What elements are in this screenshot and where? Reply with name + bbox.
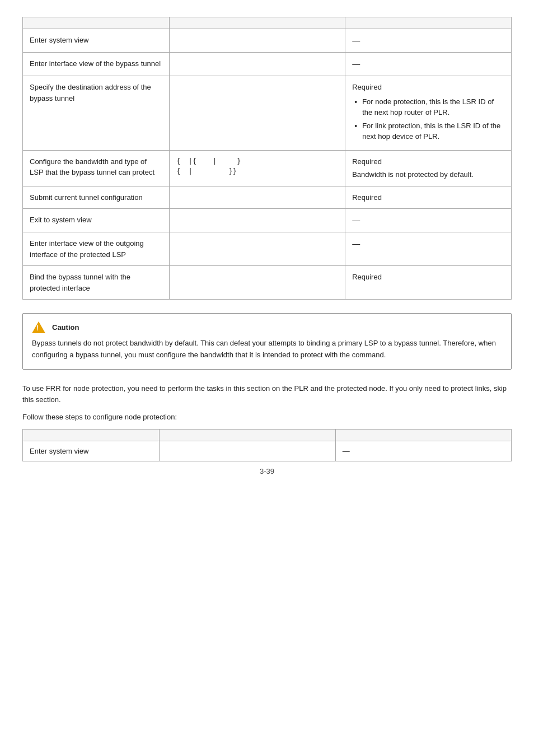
row8-remarks: Required <box>345 266 512 300</box>
bottom-row1-remarks: — <box>335 441 511 461</box>
bottom-table: Enter system view — <box>22 429 512 461</box>
table-row: Enter system view — <box>23 441 512 461</box>
bottom-row1-command <box>160 441 335 461</box>
caution-title: Caution <box>52 323 79 332</box>
row4-note: Bandwidth is not protected by default. <box>352 169 504 180</box>
caution-text: Bypass tunnels do not protect bandwidth … <box>32 338 502 361</box>
node-protection-para1: To use FRR for node protection, you need… <box>22 383 512 407</box>
caution-header: ! Caution <box>32 321 502 333</box>
table-row: Enter interface view of the outgoing int… <box>23 232 512 266</box>
row1-remarks: — <box>345 29 512 53</box>
table-row: Submit current tunnel configuration Requ… <box>23 186 512 209</box>
row3-bullet-list: For node protection, this is the LSR ID … <box>352 96 504 142</box>
row2-step: Enter interface view of the bypass tunne… <box>23 53 170 76</box>
table-row: Enter interface view of the bypass tunne… <box>23 53 512 76</box>
row3-step: Specify the destination address of the b… <box>23 76 170 151</box>
table-row: Specify the destination address of the b… <box>23 76 512 151</box>
row3-command <box>169 76 345 151</box>
main-table: Enter system view — Enter interface view… <box>22 17 512 300</box>
row1-command <box>169 29 345 53</box>
bottom-table-header-col2 <box>160 429 335 441</box>
row4-required: Required <box>352 156 504 167</box>
table-header-col3 <box>345 17 512 29</box>
row7-command <box>169 232 345 266</box>
caution-icon: ! <box>32 321 45 333</box>
row7-step: Enter interface view of the outgoing int… <box>23 232 170 266</box>
node-protection-section: To use FRR for node protection, you need… <box>22 383 512 461</box>
caution-box: ! Caution Bypass tunnels do not protect … <box>22 313 512 370</box>
row7-remarks: — <box>345 232 512 266</box>
table-header-col1 <box>23 17 170 29</box>
row8-command <box>169 266 345 300</box>
row6-remarks: — <box>345 209 512 232</box>
table-row: Enter system view — <box>23 29 512 53</box>
row2-command <box>169 53 345 76</box>
row4-remarks: Required Bandwidth is not protected by d… <box>345 150 512 186</box>
bottom-row1-step: Enter system view <box>23 441 160 461</box>
page-number: 3-39 <box>22 467 512 475</box>
row3-required: Required <box>352 83 382 91</box>
row6-command <box>169 209 345 232</box>
row1-step: Enter system view <box>23 29 170 53</box>
row6-step: Exit to system view <box>23 209 170 232</box>
list-item: For node protection, this is the LSR ID … <box>352 96 504 118</box>
row3-remarks: Required For node protection, this is th… <box>345 76 512 151</box>
table-row: Configure the bandwidth and type of LSP … <box>23 150 512 186</box>
bottom-table-header-col3 <box>335 429 511 441</box>
row2-remarks: — <box>345 53 512 76</box>
table-row: Bind the bypass tunnel with the protecte… <box>23 266 512 300</box>
list-item: For link protection, this is the LSR ID … <box>352 120 504 142</box>
table-row: Exit to system view — <box>23 209 512 232</box>
node-protection-para2: Follow these steps to configure node pro… <box>22 412 512 423</box>
bottom-table-header-col1 <box>23 429 160 441</box>
table-header-col2 <box>169 17 345 29</box>
row4-command: { |{ | } { | }} <box>169 150 345 186</box>
row5-step: Submit current tunnel configuration <box>23 186 170 209</box>
row4-step: Configure the bandwidth and type of LSP … <box>23 150 170 186</box>
row8-step: Bind the bypass tunnel with the protecte… <box>23 266 170 300</box>
row5-remarks: Required <box>345 186 512 209</box>
row5-command <box>169 186 345 209</box>
